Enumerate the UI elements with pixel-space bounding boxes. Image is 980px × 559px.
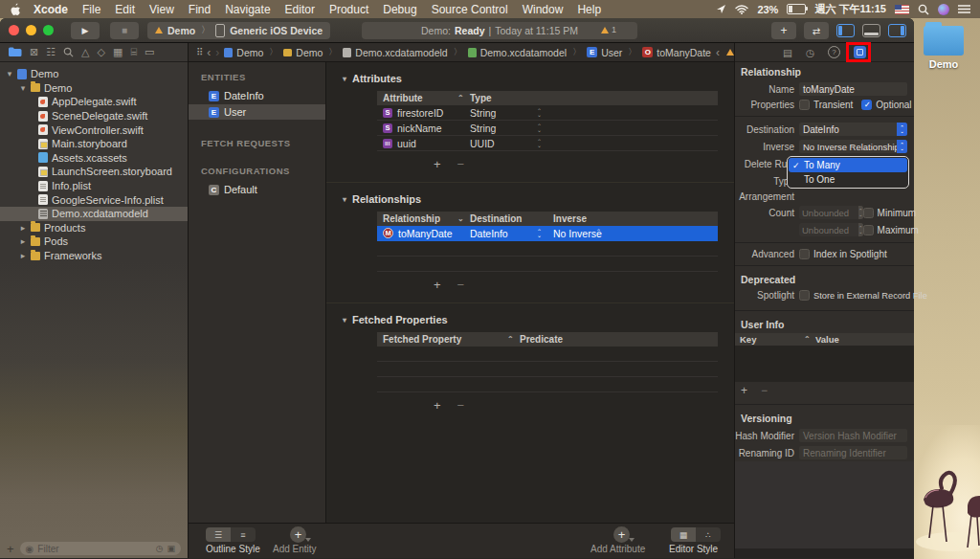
disclosure-icon[interactable]: ▾ [343,75,346,83]
add-attribute-button[interactable]: + [613,526,630,543]
issue-warning-icon[interactable] [726,49,734,56]
stepper-icon[interactable] [858,206,863,219]
menu-item-find[interactable]: Find [189,3,211,16]
tree-item-viewcontroller[interactable]: ViewController.swift [0,123,188,137]
disclosure-icon[interactable]: ▸ [19,223,27,233]
fetched-col-property[interactable]: Fetched Property [383,334,461,345]
tree-item-frameworks[interactable]: ▸Frameworks [0,249,188,263]
menu-item-debug[interactable]: Debug [383,3,416,16]
transient-checkbox[interactable] [799,100,810,110]
minimize-window-button[interactable] [26,25,36,35]
minimum-checkbox[interactable] [863,208,874,218]
tree-item-googleservice-plist[interactable]: GoogleService-Info.plist [0,192,188,207]
menu-item-edit[interactable]: Edit [115,3,135,16]
menu-item-xcode[interactable]: Xcode [33,3,68,16]
menu-item-source-control[interactable]: Source Control [432,3,508,16]
notification-center-icon[interactable] [958,5,970,14]
tree-item-launchscreen[interactable]: LaunchScreen.storyboard [0,165,188,179]
entity-user[interactable]: EUser [189,104,325,120]
tree-item-products[interactable]: ▸Products [0,221,188,235]
value-column[interactable]: Value [815,334,839,345]
disclosure-icon[interactable]: ▾ [19,83,27,93]
breadcrumb-entity-user[interactable]: EUser [587,47,622,58]
previous-issue-button[interactable]: ‹ [716,46,720,59]
related-items-icon[interactable]: ⠿ [196,47,202,57]
relationships-col-inverse[interactable]: Inverse [553,213,587,224]
tree-item-xcdatamodeld[interactable]: Demo.xcdatamodeld [0,207,188,221]
project-navigator-icon[interactable] [9,47,22,57]
issue-navigator-icon[interactable]: △ [81,46,89,58]
help-inspector-icon[interactable]: ? [828,46,840,58]
battery-percent[interactable]: 23% [757,4,778,15]
menu-item-to-one[interactable]: To One [789,172,907,187]
stop-button[interactable]: ■ [110,22,139,39]
remove-user-info-button[interactable]: − [761,384,768,397]
attribute-row-nickname[interactable]: SnickName String [377,121,718,136]
breadcrumb-folder[interactable]: Demo [283,47,323,58]
desktop-folder-demo[interactable]: Demo [922,26,966,70]
tree-item-folder-demo[interactable]: ▾Demo [0,81,188,96]
relationships-section-title[interactable]: ▾ Relationships [343,193,734,205]
max-count-field[interactable]: Unbounded [799,223,858,236]
apple-menu-icon[interactable] [10,3,21,16]
run-button[interactable]: ▶ [71,22,100,39]
debug-navigator-icon[interactable]: ▦ [113,46,122,58]
zoom-window-button[interactable] [43,25,54,35]
add-fetched-property-button[interactable]: + [434,398,441,413]
outline-style-flat-button[interactable]: ☰ [206,527,231,542]
tree-item-assets[interactable]: Assets.xcassets [0,151,188,166]
fetched-col-predicate[interactable]: Predicate [520,334,563,345]
disclosure-icon[interactable]: ▸ [19,236,27,246]
attributes-section-title[interactable]: ▾ Attributes [343,73,734,84]
toggle-navigator-button[interactable] [836,24,855,37]
toggle-debug-area-button[interactable] [862,24,880,37]
stepper-icon[interactable] [858,223,863,236]
min-count-field[interactable]: Unbounded [799,206,858,219]
attribute-row-firestoreid[interactable]: SfirestoreID String [377,105,718,121]
type-stepper[interactable] [535,107,544,118]
find-navigator-icon[interactable] [63,47,74,57]
library-button[interactable]: + [771,22,796,39]
menu-item-product[interactable]: Product [329,3,368,16]
attributes-col-attribute[interactable]: Attribute [383,93,423,103]
inverse-stepper[interactable] [594,228,603,238]
test-navigator-icon[interactable]: ◇ [98,46,105,58]
configuration-default[interactable]: CDefault [189,182,325,197]
destination-stepper[interactable] [535,228,544,238]
editor-style-table-button[interactable]: ▦ [671,527,696,542]
spotlight-icon[interactable] [918,4,929,15]
disclosure-icon[interactable]: ▾ [343,195,346,204]
menu-item-help[interactable]: Help [577,3,601,16]
tree-item-main-storyboard[interactable]: Main.storyboard [0,137,188,151]
source-control-navigator-icon[interactable]: ⊠ [30,46,38,58]
disclosure-icon[interactable]: ▾ [343,316,346,324]
tree-item-appdelegate[interactable]: AppDelegate.swift [0,95,188,109]
menu-item-navigate[interactable]: Navigate [225,3,270,16]
breadcrumb-relationship[interactable]: OtoManyDate [642,47,711,58]
editor-style-graph-button[interactable]: ∴ [696,527,721,542]
remove-attribute-row-button[interactable]: − [457,157,465,171]
input-language-flag-icon[interactable] [895,5,909,14]
menu-item-to-many[interactable]: ✓ To Many [789,158,907,172]
location-icon[interactable] [716,4,726,14]
menubar-clock[interactable]: 週六 下午11:15 [814,2,886,16]
close-window-button[interactable] [9,25,19,35]
menu-item-view[interactable]: View [149,3,174,16]
destination-dropdown[interactable]: DateInfo [799,123,907,136]
source-control-filter-icon[interactable]: ▣ [167,544,175,553]
history-inspector-icon[interactable]: ◷ [806,47,814,58]
relationships-col-relationship[interactable]: Relationship [383,213,440,224]
relationship-row-tomanydate[interactable]: MtoManyDate DateInfo No Inverse [377,226,718,241]
type-stepper[interactable] [535,138,544,148]
breadcrumb-xcdatamodel[interactable]: Demo.xcdatamodel [468,47,567,58]
index-in-spotlight-checkbox[interactable] [799,249,810,259]
add-relationship-button[interactable]: + [434,278,441,292]
outline-style-hierarchical-button[interactable]: ≡ [231,527,256,542]
name-field[interactable]: toManyDate [799,82,907,96]
add-user-info-button[interactable]: + [741,384,747,397]
filter-input[interactable]: ◉ Filter ◷ ▣ [20,542,181,555]
external-record-checkbox[interactable] [799,290,810,301]
tree-item-project-demo[interactable]: ▾Demo [0,67,188,81]
breadcrumb-project[interactable]: Demo [224,47,263,58]
back-button[interactable]: ‹ [207,46,211,59]
